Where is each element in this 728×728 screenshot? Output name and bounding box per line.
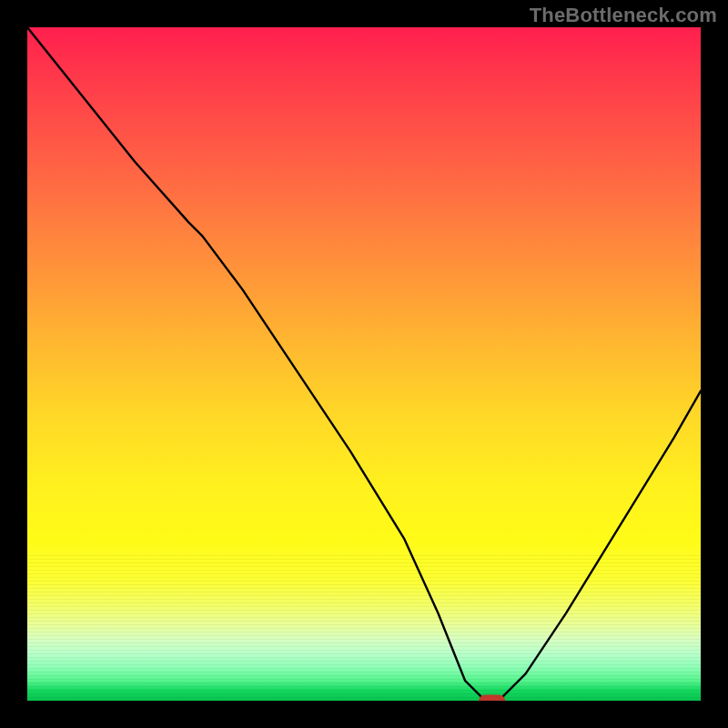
- optimum-marker: [480, 695, 505, 701]
- bottleneck-curve: [27, 27, 701, 701]
- chart-frame: TheBottleneck.com: [0, 0, 728, 728]
- watermark-text: TheBottleneck.com: [530, 4, 717, 27]
- curve-path: [27, 27, 701, 701]
- plot-area: [27, 27, 701, 701]
